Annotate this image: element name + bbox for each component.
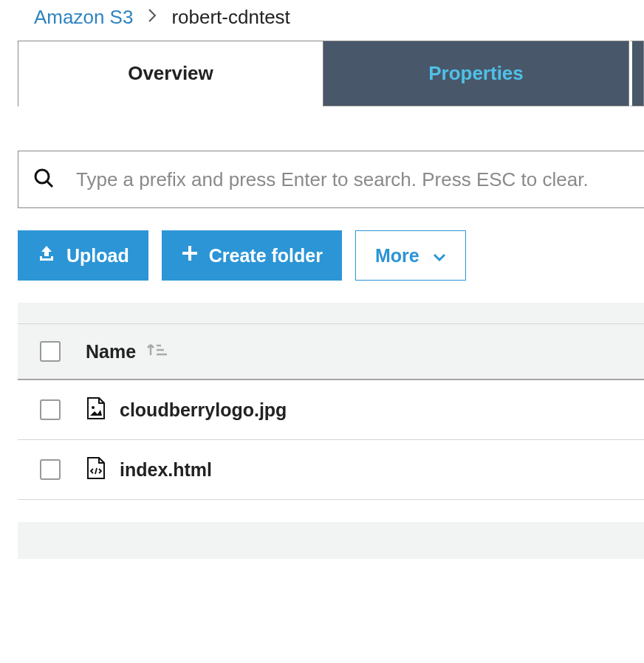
upload-icon <box>37 244 56 267</box>
upload-label: Upload <box>66 245 129 267</box>
html-file-icon <box>86 456 106 483</box>
create-folder-button[interactable]: Create folder <box>162 230 342 281</box>
svg-rect-6 <box>182 252 197 255</box>
table-header-spacer <box>18 303 644 323</box>
row-checkbox[interactable] <box>40 399 61 420</box>
svg-point-0 <box>35 170 49 183</box>
svg-line-11 <box>95 468 97 474</box>
breadcrumb: Amazon S3 robert-cdntest <box>0 0 644 41</box>
breadcrumb-root-link[interactable]: Amazon S3 <box>34 6 133 29</box>
select-all-checkbox[interactable] <box>40 341 61 362</box>
plus-icon <box>181 244 199 267</box>
more-button[interactable]: More <box>355 230 466 281</box>
table-row[interactable]: cloudberrylogo.jpg <box>18 380 644 440</box>
row-checkbox[interactable] <box>40 459 61 480</box>
table-row[interactable]: index.html <box>18 440 644 500</box>
svg-line-1 <box>47 182 52 187</box>
table-header: Name <box>18 323 644 380</box>
file-name: cloudberrylogo.jpg <box>120 399 287 421</box>
file-name: index.html <box>120 459 212 481</box>
chevron-right-icon <box>148 8 157 27</box>
column-header-name[interactable]: Name <box>86 340 168 363</box>
chevron-down-icon <box>433 245 446 267</box>
svg-rect-4 <box>51 256 53 259</box>
create-folder-label: Create folder <box>209 245 323 267</box>
upload-button[interactable]: Upload <box>18 230 148 281</box>
svg-point-10 <box>92 406 95 409</box>
column-header-name-label: Name <box>86 341 136 363</box>
image-file-icon <box>86 396 106 423</box>
search-input[interactable] <box>76 168 629 191</box>
tab-properties[interactable]: Properties <box>323 41 629 106</box>
toolbar: Upload Create folder More <box>18 230 644 281</box>
tabs: Overview Properties <box>18 41 644 106</box>
file-table: Name cloudberrylogo.jpg index.html <box>18 303 644 559</box>
more-label: More <box>375 245 419 267</box>
table-footer-spacer <box>18 522 644 559</box>
tab-overview[interactable]: Overview <box>18 41 323 106</box>
breadcrumb-current: robert-cdntest <box>171 6 290 29</box>
svg-rect-3 <box>40 256 42 259</box>
tab-fragment <box>629 41 644 106</box>
sort-icon <box>146 340 168 363</box>
search-container <box>18 151 644 208</box>
search-icon <box>33 168 54 191</box>
